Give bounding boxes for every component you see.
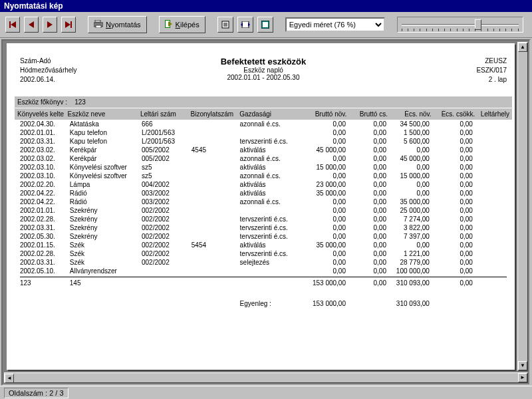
meta-block: ZEUSZ ESZK/017 2 . lap [476,57,507,84]
balance-row: Egyenleg : 153 000,00 310 093,00 [20,299,507,308]
print-label: Nyomtatás [106,21,141,29]
statusbar: Oldalszám : 2 / 3 [0,386,532,399]
report-subtitle: Eszköz napló [20,66,507,74]
first-page-button[interactable] [5,17,20,33]
print-button[interactable]: Nyomtatás [88,16,147,33]
svg-marker-3 [47,21,53,28]
table-row: 2002.03.31.Kapu telefonL/2001/563tervsze… [20,137,507,146]
table-row: 2002.03.02.Kerékpár005/2002azonnali é.cs… [20,154,507,163]
toolbar: Nyomtatás Kilépés Egyedi méret (76 %) [0,12,532,38]
svg-marker-2 [29,21,34,28]
svg-rect-5 [70,21,72,28]
table-row: 2002.02.28.Szék002/2002tervszerinti é.cs… [20,249,507,258]
zoom-select[interactable]: Egyedi méret (76 %) [285,17,385,32]
report-title: Befektetett eszközök [20,57,507,66]
svg-rect-16 [242,21,249,28]
page-indicator: Oldalszám : 2 / 3 [4,388,68,398]
last-page-button[interactable] [61,17,76,33]
report-page: Szám-Adó Hódmezővásárhely 2002.06.14. Be… [7,43,515,370]
svg-rect-20 [263,22,268,27]
ledger-bar: Eszköz főkönyv : 123 [15,96,512,108]
preview-viewport: Szám-Adó Hódmezővásárhely 2002.06.14. Be… [1,39,531,386]
table-row: 2002.04.22.Rádió003/2002aktiválás35 000,… [20,189,507,198]
table-row: 2002.01.01.Kapu telefonL/2001/5630,000,0… [20,128,507,137]
exit-label: Kilépés [176,21,200,29]
table-row: 2002.03.31.Szék002/2002selejtezés0,000,0… [20,258,507,267]
table-row: 2002.05.30.Szekrény002/2002tervszerinti … [20,232,507,241]
svg-rect-8 [96,25,101,28]
svg-rect-0 [9,21,11,28]
table-row: 2002.05.10.Állványrendszer0,000,00100 00… [20,267,507,275]
prev-page-button[interactable] [24,17,39,33]
report-period: 2002.01.01 - 2002.05.30 [20,74,507,81]
table-row: 2002.02.28.Szekrény002/2002tervszerinti … [20,215,507,223]
table-row: 2002.04.30.Aktatáska666azonnali é.cs.0,0… [20,120,507,128]
horizontal-scrollbar[interactable]: ◄► [4,372,528,383]
rows: 2002.04.30.Aktatáska666azonnali é.cs.0,0… [20,120,507,275]
next-page-button[interactable] [43,17,57,33]
table-row: 2002.03.02.Kerékpár005/20024545aktiválás… [20,146,507,154]
column-headers: Könyvelés kelte Eszköz neve Leltári szám… [15,108,512,120]
table-row: 2002.03.31.Szekrény002/2002tervszerinti … [20,223,507,232]
svg-marker-4 [65,21,70,28]
exit-button[interactable]: Kilépés [159,16,205,33]
title-block: Befektetett eszközök Eszköz napló 2002.0… [20,57,507,81]
zoom-slider[interactable] [397,17,523,33]
table-row: 2002.01.01.Szekrény002/20020,000,0025 00… [20,206,507,215]
window-title: Nyomtatási kép [0,0,532,12]
view-normal-button[interactable] [217,17,233,33]
svg-marker-1 [11,21,16,28]
table-row: 2002.02.20.Lámpa004/2002aktiválás23 000,… [20,180,507,189]
table-row: 2002.03.10.Könyvelési szoftversz5aktivál… [20,163,507,172]
svg-rect-6 [95,20,100,23]
table-row: 2002.01.15.Szék002/20025454aktiválás35 0… [20,241,507,249]
vertical-scrollbar[interactable]: ▲▼ [517,42,528,371]
totals-row: 123 145 153 000,00 0,00 310 093,00 0,00 [20,277,507,287]
table-row: 2002.03.10.Könyvelési szoftversz5azonnal… [20,172,507,180]
table-row: 2002.04.22.Rádió003/2002azonnali é.cs.0,… [20,198,507,206]
printer-icon [94,20,103,29]
exit-icon [165,20,173,29]
view-fit-width-button[interactable] [237,17,253,33]
view-fit-page-button[interactable] [257,17,273,33]
